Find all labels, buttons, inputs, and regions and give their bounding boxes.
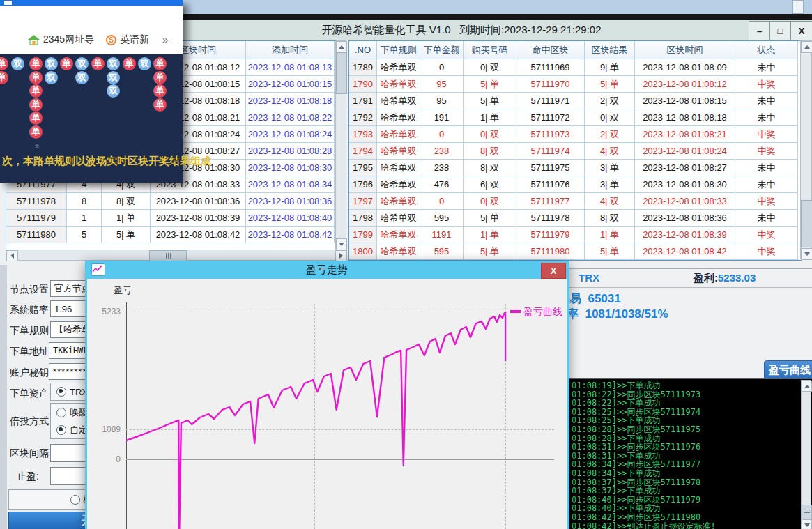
- orders-row-cell[interactable]: 哈希单双: [377, 193, 420, 210]
- bookmark-2345[interactable]: 2345网址导: [28, 33, 94, 46]
- orders-row-cell[interactable]: 57111973: [516, 126, 585, 143]
- scrollbar-grip-icon[interactable]: [149, 250, 187, 261]
- orders-row-cell[interactable]: 0: [420, 59, 464, 76]
- orders-row-cell[interactable]: 6| 双: [464, 176, 516, 193]
- orders-row-cell[interactable]: 哈希单双: [377, 160, 420, 176]
- orders-row-cell[interactable]: 595: [420, 243, 464, 260]
- orders-row-cell[interactable]: 3| 单: [585, 176, 635, 193]
- blocks-row-cell[interactable]: 5: [67, 227, 102, 243]
- orders-row-cell[interactable]: 哈希单双: [377, 109, 420, 126]
- orders-row-cell[interactable]: 1797: [349, 193, 377, 210]
- orders-row-cell[interactable]: 2| 双: [585, 126, 635, 143]
- scrollbar-grip-icon[interactable]: [802, 505, 812, 520]
- blocks-row-cell[interactable]: 2023-12-08 01:08:18: [246, 93, 335, 109]
- minimize-button[interactable]: –: [749, 21, 770, 40]
- orders-row-cell[interactable]: 57111975: [516, 160, 585, 176]
- orders-row-cell[interactable]: 2023-12-08 01:08:33: [635, 193, 735, 210]
- orders-row-cell[interactable]: 1793: [349, 126, 377, 143]
- blocks-row-cell[interactable]: 8| 双: [102, 193, 151, 210]
- orders-row-cell[interactable]: 238: [420, 143, 464, 160]
- orders-row-cell[interactable]: 2023-12-08 01:08:39: [635, 227, 735, 243]
- blocks-row-cell[interactable]: 2023-12-08 01:08:22: [246, 109, 335, 126]
- orders-row-cell[interactable]: 1792: [349, 109, 377, 126]
- orders-row-cell[interactable]: 2023-12-08 01:08:18: [635, 109, 735, 126]
- orders-row-cell[interactable]: 未中: [735, 176, 798, 193]
- orders-row-cell[interactable]: 57111977: [516, 193, 585, 210]
- orders-vscrollbar[interactable]: [800, 40, 812, 259]
- orders-row-cell[interactable]: 8| 双: [585, 210, 635, 227]
- orders-row-cell[interactable]: 哈希单双: [377, 243, 420, 260]
- maximize-button[interactable]: □: [769, 21, 791, 40]
- orders-row-cell[interactable]: 哈希单双: [377, 176, 420, 193]
- blocks-row-cell[interactable]: 2023-12-08 01:08:36: [246, 193, 335, 210]
- orders-row-cell[interactable]: 238: [420, 160, 464, 176]
- orders-row-cell[interactable]: 3| 单: [585, 160, 635, 176]
- blocks-row-cell[interactable]: 2023-12-08 01:08:42: [246, 227, 335, 243]
- orders-row-cell[interactable]: 95: [420, 76, 464, 93]
- profit-curve-button[interactable]: 盈亏曲线: [764, 360, 812, 380]
- asset-radio-trx[interactable]: TRX: [56, 387, 88, 397]
- orders-row-cell[interactable]: 2023-12-08 01:08:24: [635, 143, 735, 160]
- orders-row-cell[interactable]: 4| 双: [585, 193, 635, 210]
- orders-row-cell[interactable]: 57111976: [516, 176, 585, 193]
- orders-row-cell[interactable]: 未中: [735, 160, 798, 176]
- chart-window-titlebar[interactable]: 盈亏走势 X: [87, 261, 567, 279]
- scroll-left-icon[interactable]: [6, 250, 18, 261]
- orders-row-cell[interactable]: 57111978: [516, 210, 585, 227]
- orders-row-cell[interactable]: 0| 双: [464, 59, 516, 76]
- orders-row-cell[interactable]: 2023-12-08 01:08:21: [635, 126, 735, 143]
- blocks-row-cell[interactable]: 57111978: [6, 193, 67, 210]
- blocks-row-cell[interactable]: 1| 单: [102, 210, 151, 227]
- blocks-row-cell[interactable]: 2023-12-08 01:08:30: [246, 160, 335, 176]
- orders-row-cell[interactable]: 1799: [349, 227, 377, 243]
- orders-row-cell[interactable]: 476: [420, 176, 464, 193]
- blocks-row-cell[interactable]: 1: [67, 210, 102, 227]
- chart-close-button[interactable]: X: [541, 263, 566, 279]
- orders-row-cell[interactable]: 中奖: [735, 76, 798, 93]
- orders-row-cell[interactable]: 哈希单双: [377, 227, 420, 243]
- orders-row-cell[interactable]: 哈希单双: [377, 210, 420, 227]
- scrollbar-thumb[interactable]: [801, 200, 812, 247]
- scroll-down-icon[interactable]: [801, 248, 812, 260]
- orders-row-cell[interactable]: 未中: [735, 109, 798, 126]
- scroll-right-icon[interactable]: [335, 250, 347, 261]
- orders-row-cell[interactable]: 2023-12-08 01:08:36: [635, 210, 735, 227]
- orders-row-cell[interactable]: 5| 单: [464, 76, 516, 93]
- blocks-row-cell[interactable]: 2023-12-08 01:08:24: [246, 126, 335, 143]
- orders-row-cell[interactable]: 5| 单: [464, 210, 516, 227]
- orders-row-cell[interactable]: 未中: [735, 93, 798, 109]
- orders-row-cell[interactable]: 2023-12-08 01:08:42: [635, 243, 735, 260]
- orders-row-cell[interactable]: 8| 双: [464, 160, 516, 176]
- orders-row-cell[interactable]: 1795: [349, 160, 377, 176]
- orders-row-cell[interactable]: 2023-12-08 01:08:12: [635, 76, 735, 93]
- bookmarks-more-icon[interactable]: »: [162, 33, 168, 45]
- orders-row-cell[interactable]: 1796: [349, 176, 377, 193]
- blocks-row-cell[interactable]: 8: [67, 193, 102, 210]
- orders-row-cell[interactable]: 0| 双: [464, 193, 516, 210]
- orders-row-cell[interactable]: 5| 单: [585, 76, 635, 93]
- orders-row-cell[interactable]: 57111974: [516, 143, 585, 160]
- blocks-vscrollbar[interactable]: [335, 40, 346, 250]
- orders-row-cell[interactable]: 2023-12-08 01:08:15: [635, 93, 735, 109]
- blocks-row-cell[interactable]: 2023-12-08 01:08:42: [151, 227, 246, 243]
- orders-row-cell[interactable]: 中奖: [735, 243, 798, 260]
- orders-row-cell[interactable]: 中奖: [735, 126, 798, 143]
- orders-row-cell[interactable]: 未中: [735, 210, 798, 227]
- orders-row-cell[interactable]: 哈希单双: [377, 93, 420, 109]
- orders-row-cell[interactable]: 2023-12-08 01:08:27: [635, 160, 735, 176]
- orders-row-cell[interactable]: 2| 双: [585, 93, 635, 109]
- scroll-up-icon[interactable]: [336, 41, 347, 53]
- scroll-up-icon[interactable]: [801, 41, 812, 53]
- orders-row-cell[interactable]: 57111980: [516, 243, 585, 260]
- blocks-row-cell[interactable]: 2023-12-08 01:08:28: [246, 143, 335, 160]
- orders-row-cell[interactable]: 哈希单双: [377, 143, 420, 160]
- orders-row-cell[interactable]: 9| 单: [585, 59, 635, 76]
- blocks-row-cell[interactable]: 2023-12-08 01:08:15: [246, 76, 335, 93]
- orders-row-cell[interactable]: 2023-12-08 01:08:09: [635, 59, 735, 76]
- orders-row-cell[interactable]: 5| 单: [585, 243, 635, 260]
- blocks-row-cell[interactable]: 57111980: [6, 227, 67, 243]
- scrollbar-thumb[interactable]: [336, 52, 347, 94]
- scroll-down-icon[interactable]: [336, 238, 347, 250]
- blocks-row-cell[interactable]: 2023-12-08 01:08:40: [246, 210, 335, 227]
- orders-row-cell[interactable]: 0| 双: [464, 126, 516, 143]
